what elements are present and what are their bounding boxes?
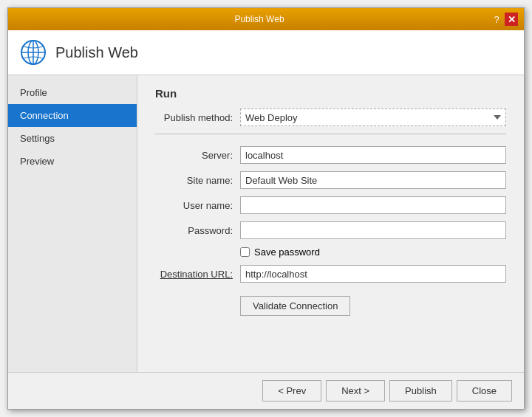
sidebar-item-connection[interactable]: Connection [8, 104, 137, 127]
dialog-title: Publish Web [29, 14, 490, 24]
destination-url-label[interactable]: Destination URL: [155, 269, 240, 280]
globe-icon [20, 39, 47, 66]
publish-method-label: Publish method: [155, 112, 240, 123]
user-name-row: User name: [155, 196, 506, 214]
server-label: Server: [155, 150, 240, 161]
server-input[interactable] [240, 146, 506, 164]
validate-connection-button[interactable]: Validate Connection [240, 296, 350, 316]
publish-web-dialog: Publish Web ? ✕ Publish Web Profile Conn… [7, 7, 525, 410]
save-password-row: Save password [240, 247, 506, 258]
prev-button[interactable]: < Prev [262, 380, 321, 402]
content-area: Profile Connection Settings Preview Run … [8, 75, 524, 372]
help-button[interactable]: ? [490, 13, 503, 26]
save-password-label: Save password [254, 247, 320, 258]
title-bar: Publish Web ? ✕ [8, 8, 524, 30]
site-name-input[interactable] [240, 171, 506, 189]
site-name-label: Site name: [155, 175, 240, 186]
close-button[interactable]: Close [457, 380, 512, 402]
publish-method-select[interactable]: Web Deploy Web Deploy Package FTP File S… [240, 108, 506, 126]
sidebar-item-profile[interactable]: Profile [8, 81, 137, 104]
title-close-button[interactable]: ✕ [505, 13, 518, 26]
next-button[interactable]: Next > [326, 380, 385, 402]
save-password-checkbox[interactable] [240, 247, 250, 257]
footer: < Prev Next > Publish Close [8, 372, 524, 409]
site-name-row: Site name: [155, 171, 506, 189]
section-title: Run [155, 87, 506, 100]
sidebar: Profile Connection Settings Preview [8, 75, 137, 372]
header-area: Publish Web [8, 30, 524, 75]
password-input[interactable] [240, 221, 506, 239]
publish-method-row: Publish method: Web Deploy Web Deploy Pa… [155, 108, 506, 126]
server-row: Server: [155, 146, 506, 164]
main-content: Run Publish method: Web Deploy Web Deplo… [137, 75, 524, 372]
sidebar-item-settings[interactable]: Settings [8, 127, 137, 150]
user-name-label: User name: [155, 200, 240, 211]
title-bar-controls: ? ✕ [490, 13, 518, 26]
sidebar-item-preview[interactable]: Preview [8, 150, 137, 173]
destination-url-input[interactable] [240, 265, 506, 283]
user-name-input[interactable] [240, 196, 506, 214]
destination-url-row: Destination URL: [155, 265, 506, 283]
section-divider [155, 134, 506, 134]
header-title: Publish Web [55, 44, 138, 61]
password-label: Password: [155, 225, 240, 236]
password-row: Password: [155, 221, 506, 239]
publish-button[interactable]: Publish [389, 380, 452, 402]
